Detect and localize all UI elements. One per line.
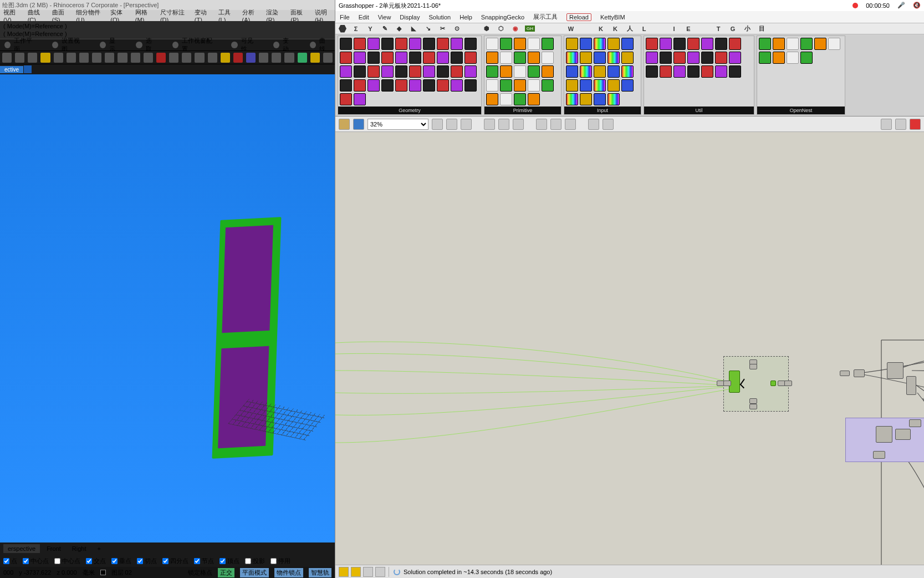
osnap-item[interactable]: 节点 <box>194 557 214 565</box>
component-icon[interactable] <box>828 38 840 50</box>
component-icon[interactable] <box>464 79 477 92</box>
component-icon[interactable] <box>566 38 578 50</box>
align-handle[interactable] <box>749 364 757 369</box>
tool-icon[interactable] <box>221 53 230 63</box>
tab-letter[interactable]: L <box>639 24 649 33</box>
abc-icon[interactable] <box>375 567 385 577</box>
tool-icon[interactable] <box>284 53 294 63</box>
component-icon[interactable] <box>542 79 554 92</box>
tool-icon[interactable] <box>233 53 243 63</box>
component-icon[interactable] <box>566 93 578 105</box>
component-icon[interactable] <box>464 38 477 50</box>
component-icon[interactable] <box>687 52 700 64</box>
component-icon[interactable] <box>437 52 449 64</box>
component-icon[interactable] <box>528 93 540 105</box>
circle-icon[interactable] <box>588 119 599 130</box>
component-icon[interactable] <box>367 52 380 64</box>
viewport-tab[interactable]: ective <box>0 66 23 73</box>
component-icon[interactable] <box>514 93 526 105</box>
component-icon[interactable] <box>594 38 606 50</box>
canvas-toolbar[interactable]: 32% <box>335 116 924 132</box>
component-icon[interactable] <box>594 52 606 64</box>
component-icon[interactable] <box>451 52 463 64</box>
component-icon[interactable] <box>395 38 407 50</box>
component-icon[interactable] <box>566 52 578 64</box>
viewport-bottom-tabs[interactable]: erspective Front Right + <box>0 542 335 555</box>
component-icon[interactable] <box>500 93 512 105</box>
save-icon[interactable] <box>353 119 364 130</box>
viewport-dropdown-icon[interactable] <box>24 65 32 73</box>
dont-draw-icon[interactable] <box>910 119 921 130</box>
tool-icon[interactable] <box>105 53 114 63</box>
component-icon[interactable] <box>729 52 741 64</box>
component-icon[interactable] <box>340 52 352 64</box>
tool-icon[interactable] <box>169 53 178 63</box>
component-icon[interactable] <box>646 52 658 64</box>
rhino-menubar[interactable]: 视图(V) 曲线(C) 曲面(S) 细分物件(U) 实体(O) 网格(M) 尺寸… <box>0 10 335 21</box>
wireframe-icon[interactable] <box>461 119 472 130</box>
align-handle[interactable] <box>749 404 757 409</box>
component-icon[interactable] <box>608 93 620 105</box>
component-icon[interactable] <box>701 52 713 64</box>
tool-icon[interactable] <box>92 53 101 63</box>
component-icon[interactable] <box>464 52 477 64</box>
component-icon[interactable] <box>542 52 554 64</box>
component-icon[interactable] <box>514 38 526 50</box>
osnap-checkbox[interactable] <box>23 558 29 564</box>
component[interactable] <box>909 419 921 427</box>
component-icon[interactable] <box>773 52 785 64</box>
osnap-checkbox[interactable] <box>111 558 118 564</box>
component-icon[interactable] <box>787 52 799 64</box>
status-toggle-smart[interactable]: 智慧轨 <box>309 568 331 577</box>
component-icon[interactable] <box>464 65 477 78</box>
tool-icon[interactable] <box>79 53 89 63</box>
tab-letter[interactable]: K <box>610 24 620 33</box>
align-handle[interactable] <box>723 381 731 386</box>
component-icon[interactable] <box>340 79 352 92</box>
wire-icon[interactable] <box>895 119 906 130</box>
component-shelf[interactable]: GeometryPrimitiveInputUtilOpenNest <box>335 34 924 116</box>
component-icon[interactable] <box>646 38 658 50</box>
component-icon[interactable] <box>759 38 771 50</box>
component-icon[interactable] <box>367 65 380 78</box>
component-icon[interactable] <box>381 65 394 78</box>
component-icon[interactable] <box>409 38 421 50</box>
component-icon[interactable] <box>580 52 592 64</box>
component-icon[interactable] <box>542 65 554 78</box>
component-icon[interactable] <box>340 38 352 50</box>
hex-icon[interactable] <box>339 25 346 33</box>
osnap-item[interactable]: 顶点 <box>219 557 239 565</box>
tool-icon[interactable] <box>298 53 307 63</box>
component-icon[interactable] <box>621 38 634 50</box>
tab-letter[interactable]: I <box>669 24 679 33</box>
component-icon[interactable] <box>673 38 686 50</box>
tool-icon[interactable] <box>67 53 76 63</box>
component-icon[interactable] <box>566 79 578 92</box>
vtab-add[interactable]: + <box>93 544 105 553</box>
component-icon[interactable] <box>673 52 686 64</box>
tool-icon[interactable] <box>118 53 127 63</box>
osnap-checkbox[interactable] <box>245 558 251 564</box>
component-icon[interactable] <box>773 38 785 50</box>
osnap-checkbox[interactable] <box>270 558 277 564</box>
component-icon[interactable] <box>514 52 526 64</box>
component-icon[interactable] <box>409 79 421 92</box>
component-icon[interactable] <box>381 52 394 64</box>
component-icon[interactable] <box>660 65 672 78</box>
component-icon[interactable] <box>381 79 394 92</box>
component-icon[interactable] <box>528 65 540 78</box>
tool-icon[interactable] <box>195 53 204 63</box>
component-icon[interactable] <box>621 52 634 64</box>
component-icon[interactable] <box>528 79 540 92</box>
component-icon[interactable] <box>715 38 727 50</box>
open-icon[interactable] <box>339 119 350 130</box>
disable-icon[interactable] <box>536 119 547 130</box>
shelf-group-input[interactable]: Input <box>564 36 641 115</box>
component-icon[interactable] <box>701 65 713 78</box>
component-icon[interactable] <box>437 79 449 92</box>
osnap-item[interactable]: 停用 <box>270 557 290 565</box>
component-icon[interactable] <box>594 65 606 78</box>
component-icon[interactable] <box>621 65 634 78</box>
align-handle[interactable] <box>784 381 792 386</box>
component-icon[interactable] <box>528 52 540 64</box>
